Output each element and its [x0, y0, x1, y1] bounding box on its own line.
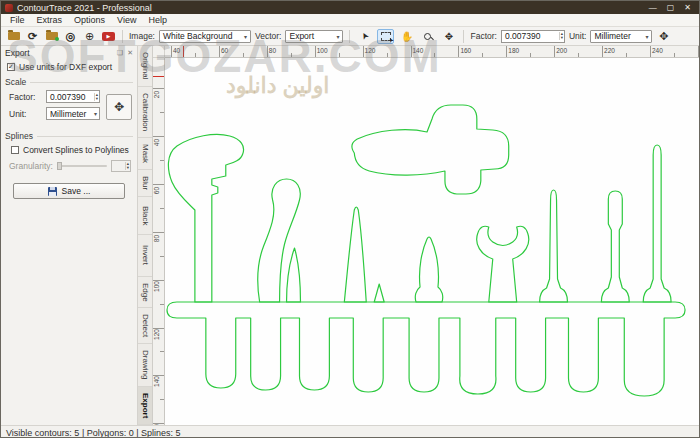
move-origin-icon[interactable]: ✥ — [656, 29, 671, 44]
spinner-arrows-icon[interactable]: ▴▾ — [94, 93, 99, 101]
ruler-tick — [363, 46, 364, 57]
ruler-tick — [554, 46, 555, 57]
marquee-select-icon — [381, 32, 391, 41]
traced-contour — [477, 226, 529, 302]
export-panel: Export ❏ ✕ ✓ Use units for DXF export Sc… — [1, 46, 138, 425]
traced-contour — [415, 237, 442, 302]
chevron-down-icon: ▾ — [94, 110, 99, 117]
ruler-tick-minor — [195, 53, 196, 57]
title-bar: ContourTrace 2021 - Professional — ▢ ✕ — [1, 1, 699, 14]
drawing-canvas[interactable] — [165, 58, 699, 425]
chevron-down-icon: ▾ — [244, 33, 247, 40]
ruler-tick-minor — [387, 53, 388, 57]
pan-tool-button[interactable]: ✋ — [398, 29, 415, 44]
menu-help[interactable]: Help — [142, 14, 173, 27]
ruler-tick-minor — [339, 53, 340, 57]
tab-drawing[interactable]: Drawing — [138, 344, 152, 386]
pick-scale-button[interactable]: ✥ — [106, 94, 132, 120]
ruler-position-marker — [153, 76, 165, 77]
tab-strip: OriginalCalibrationMaskBlurBlack whiteIn… — [138, 46, 153, 425]
image-background-select[interactable]: White Background ▾ — [159, 30, 251, 43]
ruler-tick — [602, 46, 603, 57]
ruler-tick-minor — [160, 208, 164, 209]
save-project-icon[interactable] — [44, 29, 59, 44]
fit-view-button[interactable]: ✥ — [440, 29, 457, 44]
ruler-label: 80 — [269, 47, 276, 54]
ruler-tick-minor — [160, 256, 164, 257]
youtube-icon[interactable]: ▶ — [101, 29, 116, 44]
tab-edge[interactable]: Edge — [138, 277, 152, 309]
close-button[interactable]: ✕ — [684, 1, 691, 14]
panel-factor-input[interactable]: 0.007390 ▴▾ — [46, 90, 100, 103]
chevron-down-icon: ▾ — [336, 33, 339, 40]
tab-export[interactable]: Export — [138, 387, 152, 425]
vector-label: Vector: — [255, 31, 281, 41]
ruler-tick — [458, 46, 459, 57]
chevron-down-icon: ▾ — [645, 33, 648, 40]
ruler-tick-minor — [160, 304, 164, 305]
ruler-tick — [171, 46, 172, 57]
dxf-units-checkbox[interactable]: ✓ — [7, 63, 15, 71]
spinner-arrows-icon[interactable]: ▴▾ — [559, 32, 564, 40]
save-button[interactable]: Save ... — [13, 183, 125, 199]
maximize-button[interactable]: ▢ — [667, 1, 675, 14]
save-icon — [48, 187, 57, 196]
tab-detect[interactable]: Detect — [138, 308, 152, 344]
panel-float-icon[interactable]: ❏ — [117, 49, 123, 57]
status-text: Visible contours: 5 | Polygons: 0 | Spli… — [6, 428, 181, 438]
ruler-tick — [411, 46, 412, 57]
panel-close-icon[interactable]: ✕ — [127, 49, 133, 57]
menu-options[interactable]: Options — [68, 14, 111, 27]
marquee-select-tool-button[interactable] — [377, 29, 394, 44]
tab-calibration[interactable]: Calibration — [138, 87, 152, 138]
traced-contour — [344, 207, 366, 302]
image-background-value: White Background — [163, 31, 232, 41]
slider-thumb[interactable] — [57, 162, 62, 170]
settings-icon[interactable]: ◎ — [63, 29, 78, 44]
menu-file[interactable]: File — [4, 14, 31, 27]
traced-contours-svg — [165, 58, 699, 425]
image-label: Image: — [129, 31, 155, 41]
tab-blur[interactable]: Blur — [138, 170, 152, 197]
convert-splines-checkbox[interactable] — [11, 146, 19, 154]
pointer-tool-button[interactable]: ➤ — [356, 29, 373, 44]
unit-select[interactable]: Millimeter ▾ — [590, 30, 652, 43]
ruler-label: 60 — [221, 47, 228, 54]
tab-original[interactable]: Original — [138, 46, 152, 87]
traced-contour — [540, 190, 568, 302]
hand-icon: ✋ — [401, 31, 413, 42]
ruler-label: 200 — [556, 47, 567, 54]
ruler-tick-minor — [291, 53, 292, 57]
panel-title: Export — [5, 48, 30, 58]
panel-unit-select[interactable]: Millimeter ▾ — [46, 107, 100, 120]
tab-black-white[interactable]: Black white — [138, 197, 152, 235]
vector-select[interactable]: Export ▾ — [285, 30, 343, 43]
app-window: ContourTrace 2021 - Professional — ▢ ✕ F… — [0, 0, 700, 438]
traced-contour — [374, 284, 384, 302]
tab-invert-colors[interactable]: Invert Colors — [138, 235, 152, 276]
ruler-label: 40 — [173, 47, 180, 54]
menu-bar: FileExtrasOptionsViewHelp — [1, 14, 699, 27]
ruler-label: 80 — [153, 230, 160, 246]
minimize-button[interactable]: — — [649, 1, 657, 14]
ruler-label: 220 — [604, 47, 615, 54]
open-image-icon[interactable] — [6, 29, 21, 44]
menu-view[interactable]: View — [111, 14, 142, 27]
traced-contour — [258, 179, 301, 302]
window-title: ContourTrace 2021 - Professional — [17, 3, 649, 13]
tab-mask[interactable]: Mask — [138, 138, 152, 170]
ruler-tick-minor — [160, 160, 164, 161]
factor-spinbox[interactable]: 0.007390 ▴▾ — [501, 30, 565, 43]
zoom-tool-button[interactable] — [419, 29, 436, 44]
reload-icon[interactable]: ⟳ — [25, 29, 40, 44]
ruler-tick — [650, 46, 651, 57]
ruler-tick-minor — [482, 53, 483, 57]
status-bar: Visible contours: 5 | Polygons: 0 | Spli… — [1, 425, 699, 438]
granularity-spinbox[interactable]: ▴▾ — [111, 160, 131, 172]
crosshair-move-icon: ✥ — [114, 100, 124, 114]
menu-extras[interactable]: Extras — [31, 14, 69, 27]
website-globe-icon[interactable]: ⊕ — [82, 29, 97, 44]
ruler-tick — [267, 46, 268, 57]
granularity-slider[interactable] — [57, 165, 107, 167]
factor-label: Factor: — [470, 31, 496, 41]
